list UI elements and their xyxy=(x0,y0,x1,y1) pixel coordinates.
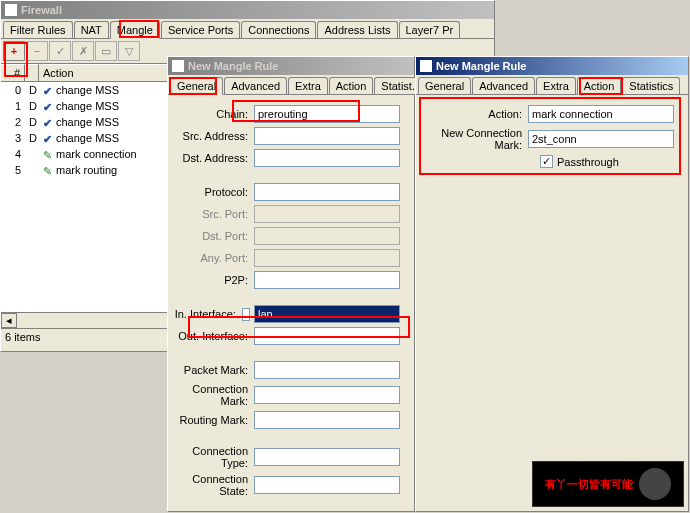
connection-mark-label: Connection Mark: xyxy=(172,383,254,407)
pencil-icon: ✎ xyxy=(43,165,53,175)
remove-button[interactable]: − xyxy=(26,41,48,61)
action-label: Action: xyxy=(420,108,528,120)
dst-address-input[interactable] xyxy=(254,149,400,167)
rule-general-tabs: General Advanced Extra Action Statist... xyxy=(168,75,414,95)
connection-type-label: Connection Type: xyxy=(172,445,254,469)
src-port-input xyxy=(254,205,400,223)
protocol-label: Protocol: xyxy=(172,186,254,198)
src-address-label: Src. Address: xyxy=(172,130,254,142)
tab-advanced[interactable]: Advanced xyxy=(224,77,287,94)
rule-general-titlebar: New Mangle Rule xyxy=(168,57,414,75)
connection-type-input[interactable] xyxy=(254,448,400,466)
dst-address-label: Dst. Address: xyxy=(172,152,254,164)
tab-action[interactable]: Action xyxy=(329,77,374,94)
in-interface-label: In. Interface: xyxy=(172,308,242,320)
out-interface-label: Out. Interface: xyxy=(172,330,254,342)
connection-state-input[interactable] xyxy=(254,476,400,494)
action-input[interactable] xyxy=(528,105,674,123)
tab-action[interactable]: Action xyxy=(577,77,622,95)
window-icon xyxy=(5,4,17,16)
rule-action-titlebar: New Mangle Rule xyxy=(416,57,688,75)
any-port-label: Any. Port: xyxy=(172,252,254,264)
any-port-input xyxy=(254,249,400,267)
new-connection-mark-label: New Connection Mark: xyxy=(420,127,528,151)
check-icon: ✔ xyxy=(43,101,53,111)
form-body: Action: New Connection Mark: ✓Passthroug… xyxy=(416,95,688,178)
routing-mark-label: Routing Mark: xyxy=(172,414,254,426)
tab-advanced[interactable]: Advanced xyxy=(472,77,535,94)
tab-mangle[interactable]: Mangle xyxy=(110,21,160,39)
avatar-icon xyxy=(639,468,671,500)
chain-input[interactable] xyxy=(254,105,400,123)
disable-button[interactable]: ✗ xyxy=(72,41,94,61)
col-num[interactable]: # xyxy=(1,64,25,81)
firewall-titlebar: Firewall xyxy=(1,1,494,19)
col-flag[interactable] xyxy=(25,64,39,81)
tab-layer7[interactable]: Layer7 Pr xyxy=(399,21,461,38)
tab-general[interactable]: General xyxy=(170,77,223,95)
tab-service-ports[interactable]: Service Ports xyxy=(161,21,240,38)
tab-address-lists[interactable]: Address Lists xyxy=(317,21,397,38)
chain-label: Chain: xyxy=(172,108,254,120)
add-button[interactable]: + xyxy=(3,41,25,61)
connection-state-label: Connection State: xyxy=(172,473,254,497)
new-connection-mark-input[interactable] xyxy=(528,130,674,148)
in-interface-input[interactable] xyxy=(254,305,400,323)
packet-mark-input[interactable] xyxy=(254,361,400,379)
tab-nat[interactable]: NAT xyxy=(74,21,109,38)
tab-filter-rules[interactable]: Filter Rules xyxy=(3,21,73,38)
tab-extra[interactable]: Extra xyxy=(288,77,328,94)
protocol-input[interactable] xyxy=(254,183,400,201)
tab-general[interactable]: General xyxy=(418,77,471,94)
comment-button[interactable]: ▭ xyxy=(95,41,117,61)
window-title: Firewall xyxy=(21,4,62,16)
window-title: New Mangle Rule xyxy=(188,60,278,72)
passthrough-checkbox[interactable]: ✓ xyxy=(540,155,553,168)
watermark: 有丫一切皆有可能 xyxy=(532,461,684,507)
firewall-tabs: Filter Rules NAT Mangle Service Ports Co… xyxy=(1,19,494,39)
check-icon: ✔ xyxy=(43,133,53,143)
tab-stats[interactable]: Statistics xyxy=(622,77,680,94)
tab-connections[interactable]: Connections xyxy=(241,21,316,38)
check-icon: ✔ xyxy=(43,85,53,95)
src-address-input[interactable] xyxy=(254,127,400,145)
filter-button[interactable]: ▽ xyxy=(118,41,140,61)
form-body: Chain: Src. Address: Dst. Address: Proto… xyxy=(168,95,414,507)
out-interface-input[interactable] xyxy=(254,327,400,345)
window-title: New Mangle Rule xyxy=(436,60,526,72)
pencil-icon: ✎ xyxy=(43,149,53,159)
dst-port-label: Dst. Port: xyxy=(172,230,254,242)
rule-action-tabs: General Advanced Extra Action Statistics xyxy=(416,75,688,95)
in-interface-not-checkbox[interactable] xyxy=(242,308,250,321)
src-port-label: Src. Port: xyxy=(172,208,254,220)
p2p-label: P2P: xyxy=(172,274,254,286)
dst-port-input xyxy=(254,227,400,245)
window-icon xyxy=(420,60,432,72)
packet-mark-label: Packet Mark: xyxy=(172,364,254,376)
connection-mark-input[interactable] xyxy=(254,386,400,404)
enable-button[interactable]: ✓ xyxy=(49,41,71,61)
rule-general-window: New Mangle Rule General Advanced Extra A… xyxy=(167,56,415,512)
routing-mark-input[interactable] xyxy=(254,411,400,429)
check-icon: ✔ xyxy=(43,117,53,127)
p2p-input[interactable] xyxy=(254,271,400,289)
rule-action-window: New Mangle Rule General Advanced Extra A… xyxy=(415,56,689,512)
window-icon xyxy=(172,60,184,72)
passthrough-label: Passthrough xyxy=(557,156,619,168)
tab-extra[interactable]: Extra xyxy=(536,77,576,94)
